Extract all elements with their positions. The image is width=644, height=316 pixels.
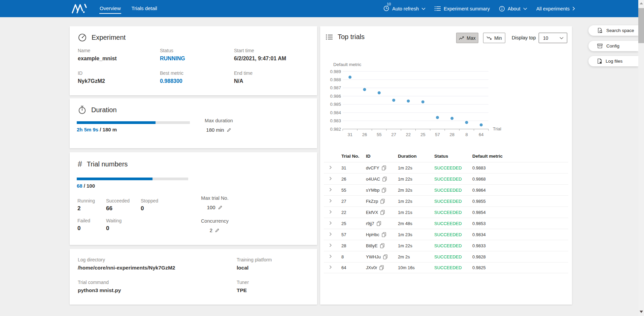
trial-stat: Failed 0: [77, 218, 106, 232]
svg-text:0.984: 0.984: [330, 110, 341, 115]
stat-label: Stopped: [141, 198, 181, 203]
stat-value: 0: [77, 225, 106, 232]
edit-icon[interactable]: [227, 127, 232, 132]
table-row[interactable]: 25 r9jj7 2m 48s SUCCEEDED 0.9853: [324, 218, 568, 229]
info-field: Training platform local: [237, 257, 310, 271]
row-expand-icon[interactable]: [329, 210, 332, 214]
copy-icon[interactable]: [377, 221, 381, 226]
cell-status: SUCCEEDED: [434, 199, 472, 204]
log-files-button[interactable]: Log files: [588, 56, 638, 66]
edit-icon[interactable]: [218, 205, 223, 210]
field-label: Log directory: [78, 257, 237, 262]
config-icon: [597, 43, 603, 49]
search-space-button[interactable]: Search space: [588, 25, 638, 36]
cell-default-metric: 0.9855: [472, 199, 568, 204]
row-expand-icon[interactable]: [329, 221, 332, 225]
trial-id: EkfVX: [366, 210, 378, 215]
cell-trial-no: 27: [341, 199, 366, 204]
duration-card: Duration 2h 5m 9s/ 180 m Max duration 18…: [70, 98, 317, 148]
stat-value: 0: [141, 205, 181, 212]
row-expand-icon[interactable]: [329, 243, 332, 247]
table-row[interactable]: 31 dvCFY 1m 22s SUCCEEDED 0.9883: [324, 162, 568, 173]
experiment-field: End time N/A: [234, 70, 310, 84]
table-row[interactable]: 8 YWHJu 2m 2s SUCCEEDED 0.9828: [324, 251, 568, 262]
experiment-summary-button[interactable]: Experiment summary: [435, 6, 490, 11]
list-icon: [326, 34, 333, 40]
svg-text:64: 64: [479, 132, 483, 137]
field-value: TPE: [237, 287, 310, 293]
cell-status: SUCCEEDED: [434, 265, 472, 270]
experiment-card: Experiment Name example_mnist Status RUN…: [70, 26, 317, 95]
scrollbar-thumb[interactable]: [638, 8, 644, 43]
cell-default-metric: 0.9825: [472, 265, 568, 270]
tab-overview[interactable]: Overview: [99, 4, 121, 13]
field-value: python3 mnist.py: [78, 287, 237, 293]
table-row[interactable]: 22 EkfVX 1m 21s SUCCEEDED 0.9854: [324, 207, 568, 218]
table-row[interactable]: 26 o4UAC 1m 22s SUCCEEDED 0.9868: [324, 173, 568, 184]
cell-duration: 2m 32s: [398, 188, 434, 193]
trial-id: Bt8yE: [366, 243, 378, 248]
table-row[interactable]: 57 HpHbc 1m 23s SUCCEEDED 0.9834: [324, 229, 568, 240]
header-default-metric: Default metric: [472, 154, 568, 159]
copy-icon[interactable]: [380, 199, 385, 204]
copy-icon[interactable]: [380, 243, 384, 248]
tab-trials-detail[interactable]: Trials detail: [131, 4, 158, 13]
table-row[interactable]: 27 FkZzp 1m 22s SUCCEEDED 0.9855: [324, 195, 568, 207]
edit-icon[interactable]: [215, 228, 220, 233]
row-expand-icon[interactable]: [329, 232, 332, 236]
trial-stats: Running 2 Succeeded 66 Stopped 0 Failed …: [77, 198, 195, 232]
field-label: ID: [78, 70, 160, 76]
page-scrollbar[interactable]: [638, 0, 644, 316]
copy-icon[interactable]: [380, 210, 385, 215]
row-expand-icon[interactable]: [329, 165, 332, 169]
max-button[interactable]: Max: [456, 33, 478, 43]
display-top-select[interactable]: 10: [539, 33, 567, 43]
stat-label: Failed: [77, 218, 106, 223]
config-button[interactable]: Config: [588, 41, 638, 51]
row-expand-icon[interactable]: [329, 177, 332, 181]
table-row[interactable]: 28 Bt8yE 1m 22s SUCCEEDED 0.9833: [324, 240, 568, 251]
table-row[interactable]: 64 JXv0r 10m 16s SUCCEEDED 0.9825: [324, 262, 568, 273]
min-button[interactable]: Min: [483, 33, 505, 43]
field-value: RUNNING: [160, 56, 234, 62]
info-fields: Log directory /home/core/nni-experiments…: [78, 257, 310, 293]
max-duration-value: 180 min: [206, 127, 224, 133]
cell-default-metric: 0.9868: [472, 177, 568, 182]
stat-value: 2: [77, 205, 106, 212]
row-expand-icon[interactable]: [329, 199, 332, 203]
field-value: /home/core/nni-experiments/Nyk7GzM2: [78, 265, 237, 271]
about-menu[interactable]: About: [499, 6, 527, 12]
concurrency-label: Concurrency: [195, 218, 235, 224]
row-expand-icon[interactable]: [329, 188, 332, 192]
cell-default-metric: 0.9864: [472, 188, 568, 193]
copy-icon[interactable]: [382, 232, 386, 237]
row-expand-icon[interactable]: [329, 254, 332, 258]
trial-id: sYMbp: [366, 188, 379, 193]
cell-default-metric: 0.9833: [472, 243, 568, 248]
table-row[interactable]: 55 sYMbp 2m 32s SUCCEEDED 0.9864: [324, 184, 568, 195]
chevron-down-icon: [560, 37, 564, 39]
cell-status: SUCCEEDED: [434, 232, 472, 237]
cell-trial-no: 31: [341, 165, 366, 170]
scrollbar-up-arrow[interactable]: [640, 2, 643, 4]
copy-icon[interactable]: [382, 188, 386, 193]
scrollbar-down-arrow[interactable]: [640, 311, 643, 313]
copy-icon[interactable]: [383, 254, 387, 259]
copy-icon[interactable]: [379, 265, 384, 270]
cell-status: SUCCEEDED: [434, 165, 472, 170]
row-expand-icon[interactable]: [329, 265, 332, 269]
trial-stat: Stopped 0: [141, 198, 181, 212]
copy-icon[interactable]: [382, 177, 387, 182]
max-duration-label: Max duration: [200, 118, 238, 123]
experiment-field: Name example_mnist: [78, 48, 160, 62]
field-label: Start time: [234, 48, 310, 53]
auto-refresh-menu[interactable]: 10 Auto refresh: [383, 5, 426, 12]
concurrency-value: 2: [210, 227, 212, 233]
svg-text:28: 28: [450, 132, 454, 137]
chevron-right-icon: [572, 6, 575, 11]
copy-icon[interactable]: [382, 165, 386, 170]
trials-progress-text: 68/ 100: [77, 183, 95, 189]
stopwatch-icon: [78, 105, 87, 115]
field-label: Training platform: [237, 257, 310, 262]
all-experiments-link[interactable]: All experiments: [536, 6, 575, 11]
